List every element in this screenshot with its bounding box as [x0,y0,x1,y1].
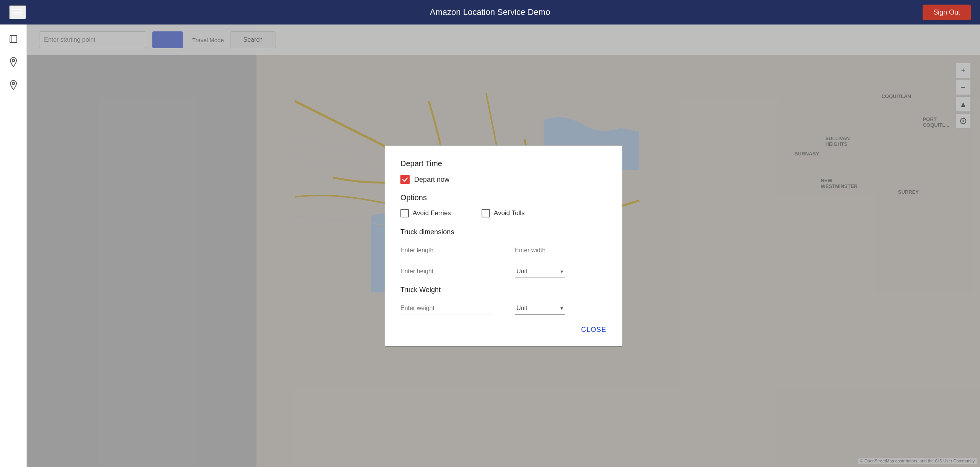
width-group [515,244,606,257]
sign-out-button[interactable]: Sign Out [923,5,971,20]
content-area: 17 COQUITLAN PORTCOQUITL... SULLIVANHEIG… [27,24,980,467]
length-input[interactable] [400,244,492,257]
truck-weight-title: Truck Weight [400,286,606,294]
weight-unit-select[interactable]: Unit Kilograms Pounds [515,302,565,315]
options-row: Avoid Ferries Avoid Tolls [400,209,606,217]
modal-dialog: Depart Time Depart now Options Avoid Fer… [385,145,622,346]
close-button[interactable]: CLOSE [581,326,606,334]
avoid-ferries-label: Avoid Ferries [413,209,451,217]
svg-point-3 [12,82,15,85]
hamburger-line-1 [13,9,22,10]
dimensions-unit-group: Unit Meters Feet [515,265,606,278]
sidebar-pin2-icon[interactable] [7,78,20,92]
weight-group [400,302,492,315]
weight-unit-group: Unit Kilograms Pounds [515,302,606,315]
height-input[interactable] [400,265,492,278]
dimensions-unit-select[interactable]: Unit Meters Feet [515,265,565,278]
height-unit-row: Unit Meters Feet [400,265,606,278]
sidebar-book-icon[interactable] [7,32,20,46]
modal-footer: CLOSE [400,326,606,334]
avoid-tolls-checkbox[interactable] [482,209,490,217]
weight-unit-select-wrapper: Unit Kilograms Pounds [515,302,565,315]
check-icon [402,176,408,183]
main-layout: 17 COQUITLAN PORTCOQUITL... SULLIVANHEIG… [0,24,980,467]
sidebar-pin1-icon[interactable] [7,55,20,69]
avoid-tolls-label: Avoid Tolls [494,209,525,217]
weight-input[interactable] [400,302,492,315]
app-header: Amazon Location Service Demo Sign Out [0,0,980,24]
dimensions-unit-select-wrapper: Unit Meters Feet [515,265,565,278]
truck-dimensions-title: Truck dimensions [400,228,606,236]
avoid-ferries-option: Avoid Ferries [400,209,451,217]
hamburger-line-3 [13,15,22,15]
avoid-ferries-checkbox[interactable] [400,209,409,217]
menu-button[interactable] [9,5,26,19]
height-group [400,265,492,278]
svg-point-2 [12,59,15,62]
width-input[interactable] [515,244,606,257]
weight-row: Unit Kilograms Pounds [400,302,606,315]
modal-backdrop: Depart Time Depart now Options Avoid Fer… [27,24,980,467]
avoid-tolls-option: Avoid Tolls [482,209,525,217]
svg-rect-0 [10,36,17,42]
app-title: Amazon Location Service Demo [430,7,550,17]
sidebar [0,24,27,467]
hamburger-line-2 [13,12,22,13]
options-title: Options [400,193,606,202]
depart-now-checkbox[interactable] [400,175,410,184]
length-group [400,244,492,257]
depart-now-label: Depart now [414,176,449,184]
length-width-row [400,244,606,257]
depart-now-row: Depart now [400,175,606,184]
depart-time-title: Depart Time [400,159,606,168]
